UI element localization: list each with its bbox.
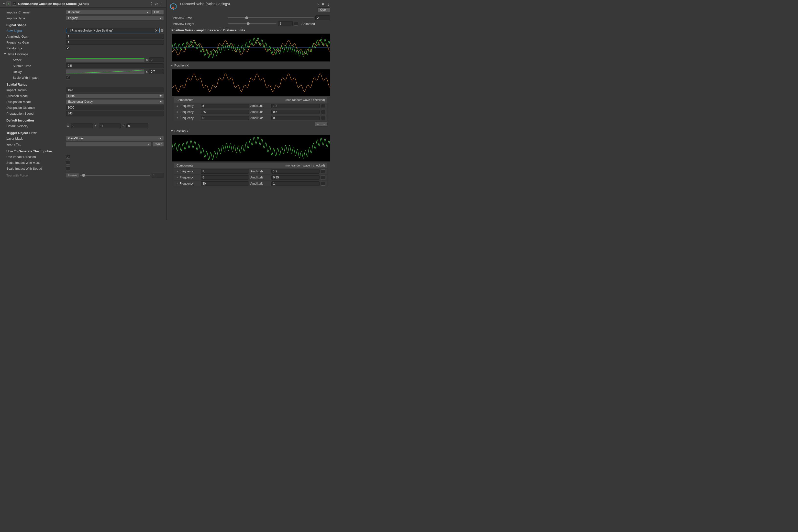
frequency-gain-label: Frequency Gain [2,41,66,44]
preset-icon[interactable]: ⇄ [322,2,324,6]
use-impact-direction-checkbox[interactable] [66,155,70,159]
edit-channel-button[interactable]: Edit... [152,10,164,15]
components-label: Components [176,98,193,102]
impulse-channel-dropdown[interactable]: 0: default [66,10,151,15]
position-y-label: Position Y [174,129,189,133]
clear-button[interactable]: Clear [152,142,164,147]
ignore-tag-label: Ignore Tag [2,142,66,146]
dissipation-mode-label: Dissipation Mode [2,100,66,104]
posy-frequency-field-1[interactable]: 5 [201,175,249,180]
test-with-force-label: Test with Force [2,174,66,177]
enable-checkbox[interactable] [12,2,16,6]
amplitude-gain-field[interactable]: 1 [66,34,164,39]
scale-impact-mass-label: Scale Impact With Mass [2,161,66,165]
raw-signal-value: FracturedNoise (Noise Settings) [72,29,113,32]
foldout-icon[interactable] [2,2,5,5]
impact-radius-field[interactable]: 100 [66,88,164,92]
preset-icon[interactable]: ⇄ [155,2,158,6]
test-force-field[interactable]: 1 [152,173,164,178]
frequency-label: Frequency [180,176,199,179]
drag-handle-icon[interactable]: ≡ [176,104,178,108]
position-y-foldout[interactable]: Position Y [169,128,330,134]
menu-icon[interactable]: ⋮ [160,2,164,6]
posy-amplitude-field-2[interactable]: 1 [271,182,320,186]
time-envelope-foldout[interactable]: Time Envelope [2,52,66,56]
component-title: Cinemachine Collision Impulse Source (Sc… [18,2,151,6]
scale-with-impact-checkbox[interactable] [66,76,70,79]
non-random-checkbox[interactable] [321,169,325,173]
preview-height-field[interactable]: 5 [278,21,293,26]
frequency-gain-field[interactable]: 1 [66,40,164,45]
add-component-button[interactable]: + [315,122,321,127]
randomize-checkbox[interactable] [66,46,70,50]
object-picker-icon[interactable] [155,29,158,32]
scale-with-impact-label: Scale With Impact [2,76,66,79]
non-random-checkbox[interactable] [321,175,325,179]
asset-title: Fractured Noise (Noise Settings) [180,2,230,6]
open-button[interactable]: Open [318,7,330,12]
posx-frequency-field-1[interactable]: 25 [201,110,249,114]
decay-label: Decay [2,70,66,74]
posx-amplitude-field-0[interactable]: 1.2 [271,104,320,108]
drag-handle-icon[interactable]: ≡ [176,176,178,179]
default-velocity-label: Default Velocity [2,124,66,128]
drag-handle-icon[interactable]: ≡ [176,110,178,114]
decay-field[interactable]: 0.7 [149,69,164,74]
drag-handle-icon[interactable]: ≡ [176,116,178,120]
trigger-filter-header: Trigger Object Filter [2,129,66,135]
menu-icon[interactable]: ⋮ [327,2,330,6]
ignore-tag-dropdown[interactable] [66,142,151,147]
direction-mode-dropdown[interactable]: Fixed [66,93,164,98]
test-force-slider[interactable] [80,175,150,176]
amplitude-label: Amplitude [250,176,270,179]
scale-impact-mass-checkbox[interactable] [66,160,70,165]
raw-signal-field[interactable]: FracturedNoise (Noise Settings) [66,28,160,33]
gear-icon[interactable]: ⚙ [160,28,164,33]
scale-impact-speed-checkbox[interactable] [66,167,70,170]
x-label: X [66,124,70,128]
preview-time-field[interactable]: 2 [316,15,330,20]
posy-frequency-field-2[interactable]: 40 [201,182,249,186]
frequency-label: Frequency [180,110,199,114]
posx-amplitude-field-2[interactable]: 0 [271,116,320,120]
help-icon[interactable]: ? [318,2,319,6]
impulse-type-dropdown[interactable]: Legacy [66,16,164,21]
drag-handle-icon[interactable]: ≡ [176,182,178,185]
posx-frequency-field-2[interactable]: 0 [201,116,249,120]
non-random-checkbox[interactable] [321,182,325,186]
posy-amplitude-field-0[interactable]: 1.2 [271,169,320,174]
remove-component-button[interactable]: − [321,122,328,127]
attack-field[interactable]: 0 [149,57,164,62]
non-random-checkbox[interactable] [321,104,325,108]
propagation-speed-field[interactable]: 343 [66,111,164,116]
component-row: ≡ Frequency 40 Amplitude 1 [174,181,328,187]
default-velocity-z[interactable]: 0 [127,124,148,128]
decay-curve[interactable] [66,69,145,74]
preview-time-label: Preview Time [169,16,228,20]
dissipation-mode-dropdown[interactable]: Exponential Decay [66,99,164,104]
posx-amplitude-field-1[interactable]: 0.5 [271,110,320,114]
default-velocity-y[interactable]: -1 [99,124,121,128]
dissipation-distance-field[interactable]: 1000 [66,105,164,110]
non-random-checkbox[interactable] [321,110,325,114]
use-impact-direction-label: Use Impact Direction [2,155,66,159]
posx-frequency-field-0[interactable]: 5 [201,104,249,108]
invoke-button[interactable]: Invoke [66,173,79,178]
sustain-time-field[interactable]: 0.5 [66,63,164,68]
preview-height-slider[interactable] [228,23,277,24]
frequency-label: Frequency [180,182,199,185]
default-velocity-x[interactable]: 0 [71,124,93,128]
help-icon[interactable]: ? [151,2,153,6]
layer-mask-dropdown[interactable]: CaveStone [66,136,164,141]
posy-amplitude-field-1[interactable]: 0.95 [271,175,320,180]
animated-checkbox[interactable] [294,22,298,26]
randomize-label: Randomize [2,46,66,50]
posy-frequency-field-0[interactable]: 2 [201,169,249,174]
position-x-foldout[interactable]: Position X [169,62,330,68]
attack-curve[interactable] [66,57,145,62]
preview-time-slider[interactable] [228,17,314,18]
component-header[interactable]: # Cinemachine Collision Impulse Source (… [0,0,166,7]
amplitude-label: Amplitude [250,110,270,114]
drag-handle-icon[interactable]: ≡ [176,170,178,173]
non-random-checkbox[interactable] [321,116,325,120]
